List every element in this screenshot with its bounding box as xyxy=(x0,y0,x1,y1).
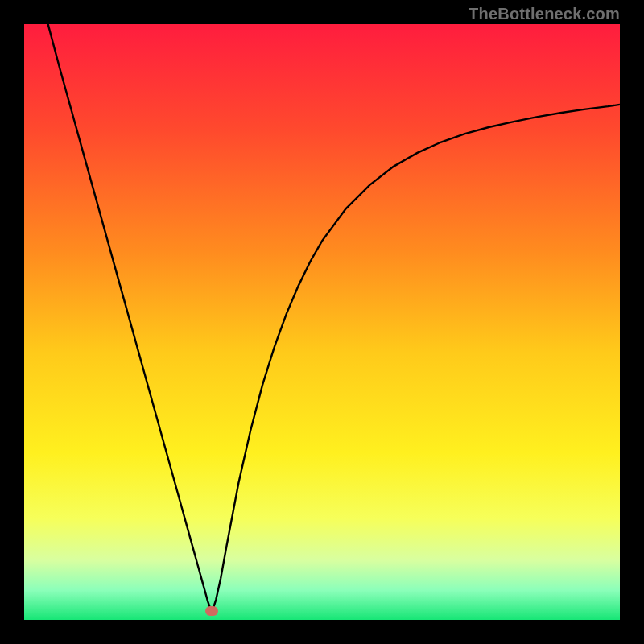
watermark-text: TheBottleneck.com xyxy=(469,5,620,23)
plot-area xyxy=(24,24,620,620)
chart-frame: TheBottleneck.com xyxy=(0,0,644,644)
bottleneck-curve xyxy=(48,24,620,613)
curve-layer xyxy=(24,24,620,620)
optimum-marker xyxy=(205,606,218,616)
